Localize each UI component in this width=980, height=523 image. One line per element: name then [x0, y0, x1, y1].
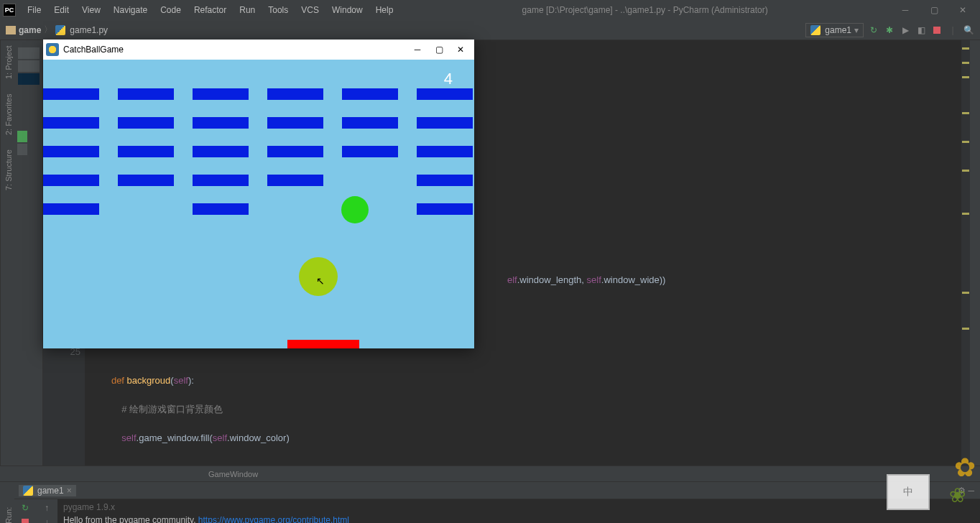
stop-button[interactable] — [19, 517, 31, 523]
project-panel-item[interactable] — [18, 60, 40, 72]
game-title: CatchBallGame — [63, 45, 124, 55]
breadcrumb-file[interactable]: game1.py — [70, 25, 108, 35]
project-panel-item[interactable] — [17, 131, 27, 142]
window-title: game [D:\Project\game] - ..\game1.py - P… — [399, 5, 891, 15]
game-minimize-button[interactable]: ─ — [407, 41, 428, 58]
folder-icon — [6, 26, 16, 34]
menu-run[interactable]: Run — [234, 4, 261, 17]
menu-window[interactable]: Window — [326, 4, 369, 17]
game-title-bar[interactable]: CatchBallGame ─ ▢ ✕ — [43, 40, 474, 60]
menu-navigate[interactable]: Navigate — [108, 4, 153, 17]
green-ball — [341, 196, 369, 223]
tool-project[interactable]: 1: Project — [2, 46, 13, 79]
menu-view[interactable]: View — [76, 4, 106, 17]
python-file-icon — [810, 25, 820, 35]
breadcrumb-project[interactable]: game — [19, 25, 41, 35]
left-tool-strip: 7: Structure 2: Favorites 1: Project — [0, 40, 14, 466]
run-label: Run: — [0, 482, 14, 523]
run-config-selector[interactable]: game1 ▾ — [805, 23, 864, 37]
nav-toolbar: game 〉 game1.py game1 ▾ ↻ ✱ ▶ ◧ | 🔍 — [0, 20, 980, 40]
run-tab[interactable]: game1 × — [19, 485, 76, 496]
project-panel-item-selected[interactable] — [18, 73, 40, 85]
chevron-down-icon: ▾ — [854, 25, 859, 35]
menu-vcs[interactable]: VCS — [295, 4, 325, 17]
game-close-button[interactable]: ✕ — [450, 41, 471, 58]
project-panel-item[interactable] — [18, 47, 40, 59]
debug-button[interactable]: ✱ — [884, 24, 895, 36]
title-bar: PC File Edit View Navigate Code Refactor… — [0, 0, 980, 20]
run-button[interactable]: ↻ — [868, 24, 879, 36]
tool-favorites[interactable]: 2: Favorites — [2, 93, 13, 134]
window-minimize-button[interactable]: ─ — [891, 1, 920, 19]
menu-edit[interactable]: Edit — [48, 4, 75, 17]
right-tool-strip — [970, 40, 980, 466]
rerun-button[interactable]: ↻ — [19, 502, 31, 514]
pygame-icon — [46, 43, 59, 56]
coverage-button[interactable]: ▶ — [900, 24, 911, 36]
up-button[interactable]: ↑ — [41, 502, 52, 514]
breadcrumb-separator-icon: 〉 — [44, 24, 52, 36]
project-panel — [14, 40, 43, 466]
tool-structure[interactable]: 7: Structure — [2, 149, 13, 190]
run-sidebar-2: ↑ ↓ — [36, 499, 57, 523]
breadcrumb: game 〉 game1.py — [19, 24, 108, 36]
close-icon[interactable]: × — [67, 486, 72, 496]
game-maximize-button[interactable]: ▢ — [428, 41, 450, 58]
error-stripe[interactable] — [961, 40, 970, 466]
game-canvas[interactable]: 4 ↖ — [43, 60, 474, 348]
pygame-link[interactable]: https://www.pygame.org/contribute.html — [198, 515, 349, 523]
game-score: 4 — [444, 70, 453, 88]
run-output[interactable]: pygame 1.9.x Hello from the pygame commu… — [57, 499, 980, 523]
python-file-icon — [55, 25, 65, 35]
stop-button[interactable] — [931, 24, 943, 36]
divider: | — [947, 24, 958, 36]
menu-refactor[interactable]: Refactor — [188, 4, 232, 17]
menu-file[interactable]: File — [22, 4, 47, 17]
menu-bar: File Edit View Navigate Code Refactor Ru… — [22, 4, 399, 17]
profile-button[interactable]: ◧ — [915, 24, 927, 36]
pycharm-logo-icon: PC — [3, 4, 16, 17]
cursor-icon: ↖ — [316, 275, 325, 287]
project-panel-item[interactable] — [17, 144, 27, 155]
menu-tools[interactable]: Tools — [262, 4, 294, 17]
paddle — [287, 340, 359, 348]
window-close-button[interactable]: ✕ — [948, 1, 977, 19]
run-header: game1 × ⚙ ─ — [14, 482, 980, 499]
run-sidebar: ↻ » — [14, 499, 36, 523]
run-config-name: game1 — [825, 25, 851, 35]
gear-icon[interactable]: ⚙ ─ — [958, 486, 974, 496]
menu-help[interactable]: Help — [370, 4, 399, 17]
window-maximize-button[interactable]: ▢ — [920, 1, 948, 19]
game-window[interactable]: CatchBallGame ─ ▢ ✕ 4 ↖ — [43, 40, 474, 348]
python-file-icon — [23, 486, 33, 496]
down-button[interactable]: ↓ — [41, 517, 52, 523]
run-tool-window: Run: game1 × ⚙ ─ ↻ » ↑ ↓ pygame 1.9.x He… — [0, 481, 980, 523]
search-everywhere-button[interactable]: 🔍 — [963, 24, 974, 36]
menu-code[interactable]: Code — [154, 4, 187, 17]
